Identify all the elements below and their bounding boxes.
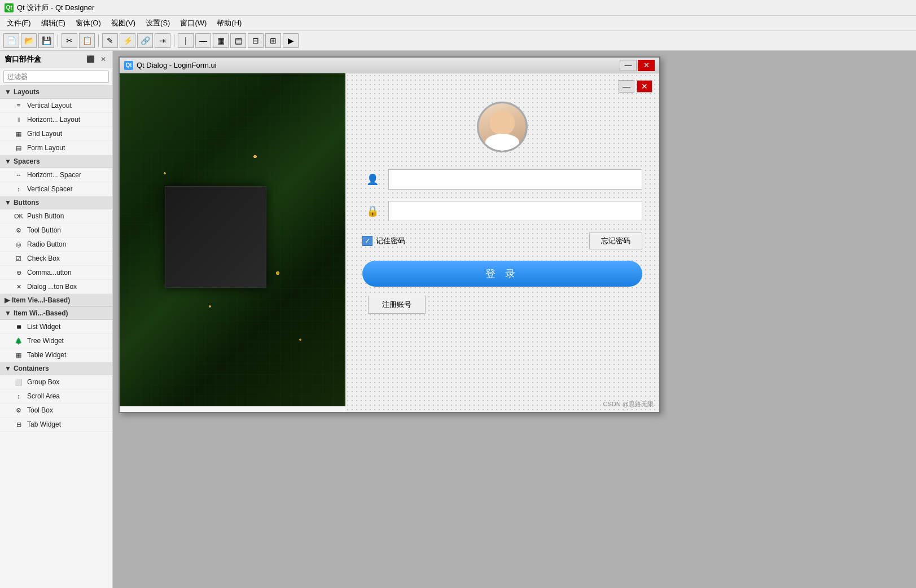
section-item-view-label: Item Vie...l-Based) bbox=[12, 296, 70, 304]
vertical-layout-label: Vertical Layout bbox=[27, 102, 72, 109]
section-item-widget-label: Item Wi...-Based) bbox=[14, 309, 68, 317]
sidebar-item-vertical-spacer[interactable]: ↕ Vertical Spacer bbox=[0, 182, 112, 196]
sidebar-item-tool-box[interactable]: ⚙ Tool Box bbox=[0, 403, 112, 418]
push-button-icon: OK bbox=[14, 212, 24, 220]
watermark: CSDN @思路无限 bbox=[603, 400, 654, 409]
tb-signal[interactable]: ⚡ bbox=[120, 33, 135, 48]
tb-save[interactable]: 💾 bbox=[38, 33, 54, 48]
sidebar-item-scroll-area[interactable]: ↕ Scroll Area bbox=[0, 389, 112, 403]
tb-cut[interactable]: ✂ bbox=[62, 33, 77, 48]
tb-tab[interactable]: ⇥ bbox=[155, 33, 170, 48]
sidebar-item-horizontal-spacer[interactable]: ↔ Horizont... Spacer bbox=[0, 168, 112, 182]
remember-checkbox[interactable]: ✓ bbox=[362, 236, 372, 246]
toolbar: 📄 📂 💾 ✂ 📋 ✎ ⚡ 🔗 ⇥ | — ▦ ▤ ⊟ ⊞ ▶ bbox=[0, 30, 916, 51]
username-input[interactable] bbox=[388, 169, 642, 190]
remember-label: 记住密码 bbox=[376, 236, 405, 246]
sidebar-item-horizontal-layout[interactable]: ⦀ Horizont... Layout bbox=[0, 113, 112, 127]
sidebar-close-btn[interactable]: ✕ bbox=[99, 55, 108, 63]
tab-widget-label: Tab Widget bbox=[27, 420, 61, 428]
tb-adjust[interactable]: ⊞ bbox=[265, 33, 281, 48]
sidebar-item-tool-button[interactable]: ⚙ Tool Button bbox=[0, 223, 112, 238]
register-button[interactable]: 注册账号 bbox=[368, 296, 426, 314]
section-item-view[interactable]: ▶ Item Vie...l-Based) bbox=[0, 294, 112, 307]
sidebar-item-grid-layout[interactable]: ▦ Grid Layout bbox=[0, 127, 112, 141]
qt-dialog-controls: — ✕ bbox=[620, 60, 655, 71]
scroll-area-icon: ↕ bbox=[14, 392, 24, 400]
sidebar-item-push-button[interactable]: OK Push Button bbox=[0, 209, 112, 223]
section-layouts-label: Layouts bbox=[14, 88, 40, 96]
tb-form[interactable]: ▤ bbox=[230, 33, 246, 48]
avatar-body bbox=[485, 134, 519, 151]
filter-input[interactable] bbox=[3, 71, 109, 83]
lock-icon: 🔒 bbox=[362, 201, 383, 221]
sidebar-header-btns: ⬛ ✕ bbox=[85, 55, 108, 63]
sidebar-item-check-box[interactable]: ☑ Check Box bbox=[0, 252, 112, 266]
app-icon: Qt bbox=[5, 3, 14, 12]
menu-help[interactable]: 帮助(H) bbox=[212, 17, 246, 29]
tb-hlayout[interactable]: — bbox=[195, 33, 211, 48]
sidebar-item-vertical-layout[interactable]: ≡ Vertical Layout bbox=[0, 99, 112, 113]
menu-view[interactable]: 视图(V) bbox=[107, 17, 140, 29]
login-panel-close[interactable]: ✕ bbox=[637, 80, 652, 93]
sidebar-header: 窗口部件盒 ⬛ ✕ bbox=[0, 51, 112, 68]
sidebar-item-group-box[interactable]: ⬜ Group Box bbox=[0, 375, 112, 389]
radio-button-icon: ◎ bbox=[14, 240, 24, 248]
login-button[interactable]: 登 录 bbox=[362, 261, 642, 287]
login-panel-minimize[interactable]: — bbox=[619, 80, 634, 93]
tb-break[interactable]: ⊟ bbox=[248, 33, 264, 48]
sidebar: 窗口部件盒 ⬛ ✕ ▼ Layouts ≡ Vertical Layout ⦀ … bbox=[0, 51, 113, 588]
sidebar-item-list-widget[interactable]: ≣ List Widget bbox=[0, 320, 112, 334]
forgot-button[interactable]: 忘记密码 bbox=[589, 232, 642, 249]
tb-copy[interactable]: 📋 bbox=[79, 33, 95, 48]
menu-edit[interactable]: 编辑(E) bbox=[37, 17, 70, 29]
section-spacers[interactable]: ▼ Spacers bbox=[0, 155, 112, 168]
menu-bar: 文件(F) 编辑(E) 窗体(O) 视图(V) 设置(S) 窗口(W) 帮助(H… bbox=[0, 16, 916, 30]
tb-widget-edit[interactable]: ✎ bbox=[102, 33, 118, 48]
main-area: 窗口部件盒 ⬛ ✕ ▼ Layouts ≡ Vertical Layout ⦀ … bbox=[0, 51, 916, 588]
menu-settings[interactable]: 设置(S) bbox=[141, 17, 174, 29]
tb-buddy[interactable]: 🔗 bbox=[137, 33, 153, 48]
tb-sep2 bbox=[98, 34, 99, 47]
tb-preview[interactable]: ▶ bbox=[283, 33, 299, 48]
user-icon: 👤 bbox=[362, 169, 383, 190]
sidebar-float-btn[interactable]: ⬛ bbox=[85, 55, 97, 63]
list-widget-label: List Widget bbox=[27, 323, 60, 331]
section-buttons[interactable]: ▼ Buttons bbox=[0, 196, 112, 209]
title-bar: Qt Qt 设计师 - Qt Designer bbox=[0, 0, 916, 16]
tool-button-icon: ⚙ bbox=[14, 226, 24, 234]
check-box-label: Check Box bbox=[27, 254, 60, 262]
section-buttons-label: Buttons bbox=[14, 199, 39, 207]
horizontal-spacer-icon: ↔ bbox=[14, 171, 24, 179]
group-box-icon: ⬜ bbox=[14, 378, 24, 386]
table-widget-label: Table Widget bbox=[27, 351, 66, 359]
sidebar-item-table-widget[interactable]: ▦ Table Widget bbox=[0, 348, 112, 362]
sidebar-item-tab-widget[interactable]: ⊟ Tab Widget bbox=[0, 418, 112, 432]
sidebar-item-form-layout[interactable]: ▤ Form Layout bbox=[0, 141, 112, 155]
tb-vlayout[interactable]: | bbox=[178, 33, 194, 48]
horizontal-layout-label: Horizont... Layout bbox=[27, 116, 80, 124]
filter-box bbox=[0, 68, 112, 86]
menu-file[interactable]: 文件(F) bbox=[2, 17, 36, 29]
section-layouts[interactable]: ▼ Layouts bbox=[0, 86, 112, 99]
section-containers[interactable]: ▼ Containers bbox=[0, 362, 112, 375]
sidebar-item-command-button[interactable]: ⊕ Comma...utton bbox=[0, 266, 112, 280]
circuit-board-panel bbox=[120, 73, 345, 412]
qt-dialog-close[interactable]: ✕ bbox=[638, 60, 655, 71]
sidebar-item-radio-button[interactable]: ◎ Radio Button bbox=[0, 238, 112, 252]
options-row: ✓ 记住密码 忘记密码 bbox=[362, 232, 642, 249]
vertical-spacer-icon: ↕ bbox=[14, 185, 24, 193]
dialog-button-label: Dialog ...ton Box bbox=[27, 283, 77, 291]
dialog-button-icon: ✕ bbox=[14, 283, 24, 291]
menu-form[interactable]: 窗体(O) bbox=[71, 17, 106, 29]
tb-grid[interactable]: ▦ bbox=[213, 33, 229, 48]
qt-dialog-minimize[interactable]: — bbox=[620, 60, 637, 71]
tb-new[interactable]: 📄 bbox=[3, 33, 19, 48]
password-input[interactable] bbox=[388, 201, 642, 221]
qt-dialog-icon: Qt bbox=[124, 61, 133, 70]
section-item-widget[interactable]: ▼ Item Wi...-Based) bbox=[0, 307, 112, 320]
section-spacers-label: Spacers bbox=[14, 157, 40, 165]
sidebar-item-tree-widget[interactable]: 🌲 Tree Widget bbox=[0, 334, 112, 348]
tb-open[interactable]: 📂 bbox=[21, 33, 37, 48]
menu-window[interactable]: 窗口(W) bbox=[176, 17, 211, 29]
sidebar-item-dialog-button[interactable]: ✕ Dialog ...ton Box bbox=[0, 280, 112, 294]
